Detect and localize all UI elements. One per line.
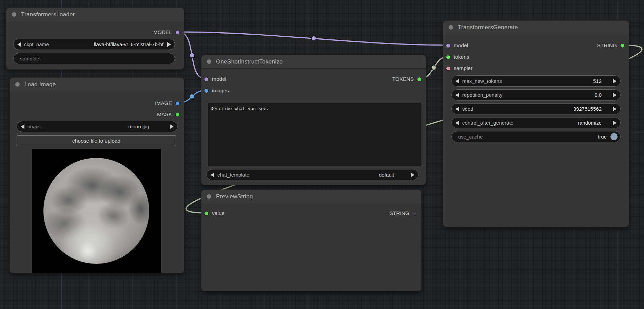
widget-label: subfolder	[20, 56, 41, 61]
output-label: MODEL	[153, 29, 172, 35]
port-model-output[interactable]	[175, 30, 180, 35]
node-previewstring[interactable]: PreviewString value STRING	[201, 189, 422, 291]
widget-subfolder[interactable]: subfolder	[13, 53, 175, 64]
choose-file-button[interactable]: choose file to upload	[17, 135, 176, 146]
port-value-input[interactable]	[204, 211, 209, 216]
port-model-input[interactable]	[204, 77, 209, 81]
output-label: TOKENS	[392, 76, 414, 82]
node-graph-canvas[interactable]: TransformersLoader MODEL ckpt_name llava…	[0, 0, 644, 309]
widget-value: moon.jpg	[128, 124, 149, 129]
decrement-arrow-icon[interactable]	[455, 107, 459, 111]
image-preview	[32, 149, 161, 273]
input-row-sampler: sampler	[443, 64, 472, 73]
prev-value-arrow-icon[interactable]	[21, 124, 24, 129]
widget-value: 0.0	[594, 92, 602, 98]
input-row-tokens: tokens	[443, 53, 469, 61]
widget-seed[interactable]: seed 3927515562	[451, 103, 621, 114]
input-label: sampler	[454, 65, 472, 71]
output-label: STRING	[597, 42, 617, 49]
output-row-image: IMAGE	[155, 99, 184, 108]
next-value-arrow-icon[interactable]	[411, 172, 414, 177]
wire-midpoint-dot	[190, 94, 194, 99]
node-header[interactable]: Load Image	[10, 78, 184, 91]
widget-label: repetition_penalty	[462, 92, 502, 98]
widget-control-after-generate[interactable]: control_after_generate randomize	[451, 117, 621, 128]
collapse-dot-icon[interactable]	[15, 82, 20, 87]
prev-value-arrow-icon[interactable]	[455, 121, 459, 125]
output-label: MASK	[157, 111, 172, 117]
widget-image-select[interactable]: image moon.jpg	[17, 121, 178, 132]
widget-chat-template[interactable]: chat_template default	[207, 169, 418, 180]
input-row-images: images	[201, 86, 229, 95]
port-string-output[interactable]	[620, 43, 625, 48]
choose-file-label: choose file to upload	[72, 138, 120, 144]
widget-label: ckpt_name	[24, 41, 49, 47]
node-title: Load Image	[24, 81, 56, 88]
next-value-arrow-icon[interactable]	[167, 42, 171, 47]
output-row-mask: MASK	[157, 110, 184, 119]
toggle-on-icon[interactable]	[610, 133, 618, 140]
collapse-dot-icon[interactable]	[207, 59, 211, 64]
input-label: tokens	[454, 54, 469, 60]
increment-arrow-icon[interactable]	[613, 93, 617, 97]
node-header[interactable]: PreviewString	[201, 190, 421, 203]
prev-value-arrow-icon[interactable]	[211, 172, 214, 177]
widget-max-new-tokens[interactable]: max_new_tokens 512	[451, 75, 621, 87]
next-value-arrow-icon[interactable]	[613, 121, 617, 125]
wire-midpoint-dot	[311, 36, 316, 41]
collapse-dot-icon[interactable]	[207, 194, 211, 199]
node-title: TransformersGenerate	[458, 24, 518, 31]
port-images-input[interactable]	[204, 89, 209, 93]
input-row-model: model	[201, 75, 226, 84]
prompt-text: Describe what you see.	[211, 106, 269, 111]
decrement-arrow-icon[interactable]	[455, 79, 459, 84]
widget-label: chat_template	[217, 172, 249, 178]
port-mask-output[interactable]	[175, 112, 180, 117]
port-string-output[interactable]	[413, 211, 417, 216]
node-oneshotinstructtokenize[interactable]: OneShotInstructTokenize model images TOK…	[201, 55, 426, 185]
widget-label: max_new_tokens	[462, 78, 502, 84]
node-transformersloader[interactable]: TransformersLoader MODEL ckpt_name llava…	[6, 7, 184, 70]
widget-use-cache[interactable]: use_cache true	[451, 131, 621, 142]
input-label: model	[454, 42, 468, 49]
node-title: PreviewString	[216, 193, 253, 200]
input-label: images	[212, 88, 229, 94]
widget-label: use_cache	[458, 134, 483, 140]
widget-value: 512	[593, 78, 602, 84]
output-label: STRING	[389, 210, 409, 216]
prompt-textarea[interactable]: Describe what you see.	[207, 103, 422, 166]
decrement-arrow-icon[interactable]	[455, 93, 459, 97]
port-sampler-input[interactable]	[446, 66, 450, 71]
widget-ckpt-name[interactable]: ckpt_name llava-hf/llava-v1.6-mistral-7b…	[13, 39, 175, 50]
moon-image	[43, 158, 149, 264]
increment-arrow-icon[interactable]	[613, 107, 617, 111]
widget-value: llava-hf/llava-v1.6-mistral-7b-hf	[94, 41, 163, 47]
collapse-dot-icon[interactable]	[12, 12, 16, 17]
output-row-tokens: TOKENS	[392, 75, 426, 84]
input-label: model	[212, 76, 226, 82]
prev-value-arrow-icon[interactable]	[17, 42, 21, 47]
port-tokens-output[interactable]	[417, 77, 422, 81]
port-image-output[interactable]	[175, 101, 180, 106]
widget-value: default	[379, 172, 394, 178]
node-header[interactable]: TransformersLoader	[6, 8, 184, 21]
widget-label: control_after_generate	[462, 120, 513, 126]
next-value-arrow-icon[interactable]	[170, 124, 174, 129]
increment-arrow-icon[interactable]	[613, 79, 617, 84]
widget-value: true	[598, 134, 607, 140]
input-label: value	[212, 210, 225, 216]
port-model-input[interactable]	[446, 43, 450, 48]
node-transformersgenerate[interactable]: TransformersGenerate model tokens sample…	[443, 20, 629, 227]
node-title: TransformersLoader	[21, 11, 75, 18]
node-load-image[interactable]: Load Image IMAGE MASK image moon.jpg cho…	[9, 77, 184, 273]
output-label: IMAGE	[155, 100, 172, 106]
node-header[interactable]: OneShotInstructTokenize	[201, 55, 426, 69]
widget-value: randomize	[578, 120, 602, 126]
widget-value: 3927515562	[573, 106, 602, 112]
node-title: OneShotInstructTokenize	[216, 58, 283, 65]
widget-repetition-penalty[interactable]: repetition_penalty 0.0	[451, 89, 621, 101]
collapse-dot-icon[interactable]	[449, 25, 453, 30]
wire-midpoint-dot	[431, 65, 436, 70]
node-header[interactable]: TransformersGenerate	[443, 21, 629, 34]
port-tokens-input[interactable]	[446, 55, 450, 59]
